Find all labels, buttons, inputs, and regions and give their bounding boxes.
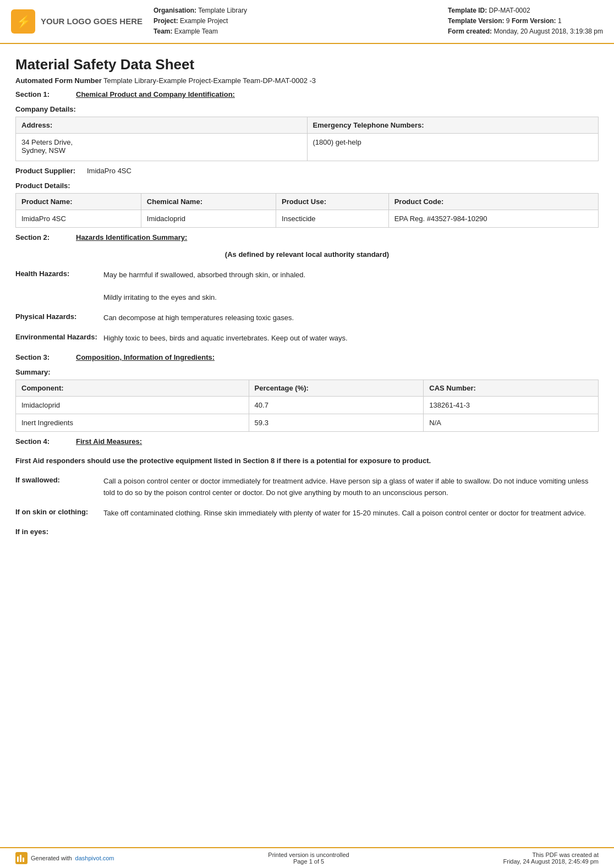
page-footer: Generated with dashpivot.com Printed ver… bbox=[0, 847, 614, 868]
if-on-skin-label: If on skin or clothing: bbox=[15, 508, 103, 519]
footer-right: This PDF was created at Friday, 24 Augus… bbox=[503, 851, 599, 865]
environmental-hazards-value: Highly toxic to bees, birds and aquatic … bbox=[103, 333, 599, 344]
component-1: Imidacloprid bbox=[16, 396, 249, 414]
percentage-1: 40.7 bbox=[249, 396, 424, 414]
section1-label: Section 1: bbox=[15, 90, 76, 98]
section4-header: Section 4: First Aid Measures: bbox=[15, 437, 599, 446]
product-name-value: ImidaPro 4SC bbox=[16, 210, 141, 227]
form-created-label: Form created: bbox=[448, 28, 492, 35]
footer-pdf-created: This PDF was created at bbox=[533, 851, 599, 858]
product-supplier-value: ImidaPro 4SC bbox=[87, 167, 131, 175]
product-supplier-label: Product Supplier: bbox=[15, 167, 87, 175]
main-content: Material Safety Data Sheet Automated For… bbox=[0, 44, 614, 578]
percentage-2: 59.3 bbox=[249, 414, 424, 431]
physical-hazards-row: Physical Hazards: Can decompose at high … bbox=[15, 312, 599, 324]
header-meta: Organisation: Template Library Project: … bbox=[154, 6, 437, 37]
address-value: 34 Peters Drive,Sydney, NSW bbox=[16, 133, 308, 161]
if-swallowed-value: Call a poison control center or doctor i… bbox=[103, 476, 599, 499]
footer-page: Page 1 of 5 bbox=[268, 858, 349, 865]
team-value: Example Team bbox=[174, 28, 218, 35]
organisation-label: Organisation: bbox=[154, 7, 196, 14]
as-defined: (As defined by relevant local authority … bbox=[15, 250, 599, 259]
if-swallowed-label: If swallowed: bbox=[15, 476, 103, 499]
summary-label: Summary: bbox=[15, 368, 599, 376]
project-value: Example Project bbox=[180, 17, 228, 25]
company-details-label: Company Details: bbox=[15, 105, 599, 113]
health-hazards-label: Health Hazards: bbox=[15, 270, 103, 304]
ingredient-row-2: Inert Ingredients 59.3 N/A bbox=[16, 414, 599, 431]
form-version-value: 1 bbox=[558, 17, 562, 25]
section3-title: Composition, Information of Ingredients: bbox=[76, 353, 215, 361]
chemical-name-value: Imidacloprid bbox=[141, 210, 276, 227]
product-code-value: EPA Reg. #43527-984-10290 bbox=[388, 210, 598, 227]
doc-title: Material Safety Data Sheet bbox=[15, 56, 599, 73]
svg-rect-3 bbox=[17, 856, 19, 862]
template-id-label: Template ID: bbox=[448, 7, 487, 14]
physical-hazards-label: Physical Hazards: bbox=[15, 312, 103, 324]
product-use-value: Insecticide bbox=[276, 210, 389, 227]
physical-hazards-value: Can decompose at high temperatures relea… bbox=[103, 312, 599, 324]
team-label: Team: bbox=[154, 28, 172, 35]
cas-2: N/A bbox=[424, 414, 599, 431]
if-in-eyes-value bbox=[103, 528, 599, 536]
component-2: Inert Ingredients bbox=[16, 414, 249, 431]
header-right: Template ID: DP-MAT-0002 Template Versio… bbox=[448, 6, 603, 37]
product-row: ImidaPro 4SC Imidacloprid Insecticide EP… bbox=[16, 210, 599, 227]
organisation-value: Template Library bbox=[198, 7, 247, 14]
health-hazards-row: Health Hazards: May be harmful if swallo… bbox=[15, 270, 599, 304]
section1-title: Chemical Product and Company Identificat… bbox=[76, 90, 235, 98]
section3-header: Section 3: Composition, Information of I… bbox=[15, 353, 599, 361]
section3-label: Section 3: bbox=[15, 353, 76, 361]
footer-left: Generated with dashpivot.com bbox=[15, 852, 114, 864]
footer-printed: Printed version is uncontrolled bbox=[268, 851, 349, 858]
component-header: Component: bbox=[16, 380, 249, 396]
cas-header: CAS Number: bbox=[424, 380, 599, 396]
section4-title: First Aid Measures: bbox=[76, 437, 142, 446]
address-header: Address: bbox=[16, 117, 308, 133]
summary-table: Component: Percentage (%): CAS Number: I… bbox=[15, 380, 599, 432]
logo-icon: ⚡ bbox=[11, 9, 35, 34]
if-swallowed-row: If swallowed: Call a poison control cent… bbox=[15, 476, 599, 499]
section2-title: Hazards Identification Summary: bbox=[76, 233, 187, 241]
section2-header: Section 2: Hazards Identification Summar… bbox=[15, 233, 599, 241]
chemical-name-header: Chemical Name: bbox=[141, 193, 276, 210]
environmental-hazards-label: Environmental Hazards: bbox=[15, 333, 103, 344]
emergency-header: Emergency Telephone Numbers: bbox=[307, 117, 599, 133]
svg-text:⚡: ⚡ bbox=[16, 14, 31, 29]
footer-center: Printed version is uncontrolled Page 1 o… bbox=[268, 851, 349, 865]
cas-1: 138261-41-3 bbox=[424, 396, 599, 414]
form-number-row: Automated Form Number Template Library-E… bbox=[15, 76, 599, 85]
form-number-label: Automated Form Number bbox=[15, 76, 103, 85]
form-number-value: Template Library-Example Project-Example… bbox=[103, 76, 316, 85]
first-aid-note: First Aid responders should use the prot… bbox=[15, 455, 599, 466]
footer-pdf-date: Friday, 24 August 2018, 2:45:49 pm bbox=[503, 858, 599, 865]
ingredient-row-1: Imidacloprid 40.7 138261-41-3 bbox=[16, 396, 599, 414]
svg-rect-4 bbox=[20, 855, 21, 862]
product-code-header: Product Code: bbox=[388, 193, 598, 210]
emergency-value: (1800) get-help bbox=[307, 133, 599, 161]
product-use-header: Product Use: bbox=[276, 193, 389, 210]
form-version-label: Form Version: bbox=[512, 17, 556, 25]
project-label: Project: bbox=[154, 17, 178, 25]
percentage-header: Percentage (%): bbox=[249, 380, 424, 396]
if-on-skin-value: Take off contaminated clothing. Rinse sk… bbox=[103, 508, 599, 519]
form-created-value: Monday, 20 August 2018, 3:19:38 pm bbox=[494, 28, 603, 35]
template-version-value: 9 bbox=[506, 17, 510, 25]
logo-area: ⚡ YOUR LOGO GOES HERE bbox=[11, 6, 142, 37]
template-id-value: DP-MAT-0002 bbox=[489, 7, 530, 14]
product-details-label: Product Details: bbox=[15, 182, 599, 190]
environmental-hazards-row: Environmental Hazards: Highly toxic to b… bbox=[15, 333, 599, 344]
product-name-header: Product Name: bbox=[16, 193, 141, 210]
template-version-label: Template Version: bbox=[448, 17, 504, 25]
section4-label: Section 4: bbox=[15, 437, 76, 446]
if-in-eyes-row: If in eyes: bbox=[15, 528, 599, 536]
product-supplier-row: Product Supplier: ImidaPro 4SC bbox=[15, 167, 599, 175]
section2-label: Section 2: bbox=[15, 233, 76, 241]
logo-text: YOUR LOGO GOES HERE bbox=[41, 17, 142, 26]
if-on-skin-row: If on skin or clothing: Take off contami… bbox=[15, 508, 599, 519]
footer-logo-icon bbox=[15, 852, 28, 864]
footer-link[interactable]: dashpivot.com bbox=[75, 855, 114, 861]
health-hazards-value: May be harmful if swallowed, absorbed th… bbox=[103, 270, 599, 304]
product-details-table: Product Name: Chemical Name: Product Use… bbox=[15, 193, 599, 228]
section1-header: Section 1: Chemical Product and Company … bbox=[15, 90, 599, 98]
